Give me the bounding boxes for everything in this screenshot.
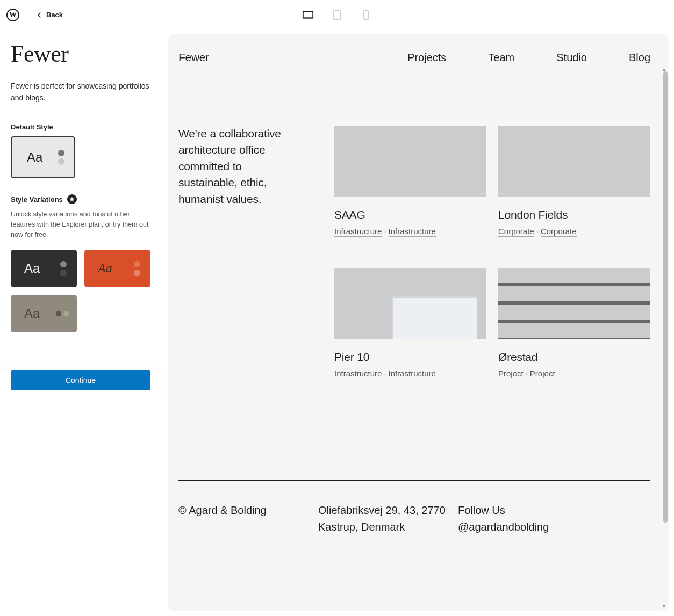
preview-main: We're a collaborative architecture offic… — [178, 126, 650, 378]
project-tag-link[interactable]: Corporate — [541, 227, 577, 237]
desktop-icon — [302, 9, 314, 21]
default-style-label: Default Style — [11, 123, 150, 131]
topbar: W Back — [0, 0, 674, 30]
style-card-tan[interactable]: Aa — [11, 295, 77, 332]
project-tags: Project·Project — [498, 369, 650, 378]
premium-badge-icon: ★ — [67, 194, 77, 204]
device-tablet-button[interactable] — [327, 5, 347, 25]
project-card[interactable]: Ørestad Project·Project — [498, 268, 650, 378]
project-tag-link[interactable]: Infrastructure — [334, 227, 382, 237]
theme-description: Fewer is perfect for showcasing portfoli… — [11, 81, 150, 104]
mobile-icon — [360, 9, 372, 21]
style-variations-label: Style Variations ★ — [11, 194, 150, 204]
project-tags: Corporate·Corporate — [498, 227, 650, 236]
preview-site-title[interactable]: Fewer — [178, 51, 209, 64]
theme-name: Fewer — [11, 40, 150, 68]
project-thumbnail — [334, 268, 486, 339]
project-thumbnail — [498, 126, 650, 197]
footer-follow: Follow Us @agardandbolding — [458, 502, 650, 535]
project-title: Ørestad — [498, 351, 650, 364]
project-thumbnail — [334, 126, 486, 197]
theme-preview-frame: ▴ ▾ Fewer Projects Team Studio Blog We'r… — [168, 34, 669, 611]
footer-handle: @agardandbolding — [458, 519, 650, 535]
project-tag-link[interactable]: Infrastructure — [389, 227, 436, 237]
style-sample-text: Aa — [27, 150, 42, 165]
project-tag-link[interactable]: Corporate — [498, 227, 534, 237]
color-dots-icon — [56, 311, 69, 316]
wordpress-logo-icon[interactable]: W — [6, 9, 19, 21]
project-tag-link[interactable]: Infrastructure — [389, 369, 436, 379]
svg-rect-0 — [303, 11, 313, 18]
nav-link-studio[interactable]: Studio — [556, 52, 587, 64]
project-title: Pier 10 — [334, 351, 486, 364]
color-dots-icon — [134, 261, 140, 276]
project-thumbnail — [498, 268, 650, 339]
color-dots-icon — [58, 150, 64, 165]
style-variations-description: Unlock style variations and tons of othe… — [11, 209, 150, 240]
tablet-icon — [331, 9, 343, 21]
style-variations-text: Style Variations — [11, 195, 63, 204]
scrollbar-thumb[interactable] — [663, 71, 668, 523]
footer-address: Oliefabriksvej 29, 43, 2770 Kastrup, Den… — [318, 502, 453, 535]
project-card[interactable]: SAAG Infrastructure·Infrastructure — [334, 126, 486, 236]
sidebar: Fewer Fewer is perfect for showcasing po… — [0, 30, 161, 616]
scrollbar-up-icon[interactable]: ▴ — [663, 66, 668, 71]
preview-nav: Projects Team Studio Blog — [407, 52, 650, 64]
project-tag-link[interactable]: Project — [530, 369, 555, 379]
style-card-default[interactable]: Aa — [11, 136, 75, 178]
project-card[interactable]: London Fields Corporate·Corporate — [498, 126, 650, 236]
style-sample-text: Aa — [24, 261, 40, 276]
preview-projects-grid: SAAG Infrastructure·Infrastructure Londo… — [334, 126, 650, 378]
chevron-left-icon — [34, 10, 44, 20]
project-tag-link[interactable]: Project — [498, 369, 524, 379]
scrollbar-down-icon[interactable]: ▾ — [663, 603, 668, 608]
footer-address-line2: Kastrup, Denmark — [318, 519, 453, 535]
project-card[interactable]: Pier 10 Infrastructure·Infrastructure — [334, 268, 486, 378]
color-dots-icon — [60, 261, 67, 276]
preview-footer: © Agard & Bolding Oliefabriksvej 29, 43,… — [178, 480, 650, 535]
device-mobile-button[interactable] — [356, 5, 376, 25]
style-card-orange[interactable]: Aa — [84, 250, 150, 287]
device-switcher — [298, 5, 376, 25]
back-button[interactable]: Back — [34, 10, 63, 20]
project-title: SAAG — [334, 208, 486, 221]
device-desktop-button[interactable] — [298, 5, 318, 25]
svg-point-3 — [336, 18, 337, 18]
project-tags: Infrastructure·Infrastructure — [334, 227, 486, 236]
footer-copyright: © Agard & Bolding — [178, 502, 313, 535]
svg-point-5 — [365, 18, 366, 18]
nav-link-projects[interactable]: Projects — [407, 52, 446, 64]
style-card-dark[interactable]: Aa — [11, 250, 77, 287]
preview-site-header: Fewer Projects Team Studio Blog — [178, 44, 650, 77]
project-tag-link[interactable]: Infrastructure — [334, 369, 382, 379]
preview-content[interactable]: Fewer Projects Team Studio Blog We're a … — [168, 34, 661, 611]
preview-intro-text: We're a collaborative architecture offic… — [178, 126, 302, 378]
continue-button[interactable]: Continue — [11, 370, 150, 390]
footer-follow-label: Follow Us — [458, 502, 650, 519]
nav-link-blog[interactable]: Blog — [629, 52, 650, 64]
project-tags: Infrastructure·Infrastructure — [334, 369, 486, 378]
style-sample-text: Aa — [24, 306, 40, 321]
footer-address-line1: Oliefabriksvej 29, 43, 2770 — [318, 502, 453, 519]
style-sample-text: Aa — [98, 261, 112, 276]
back-label: Back — [46, 11, 63, 19]
nav-link-team[interactable]: Team — [488, 52, 514, 64]
continue-button-container: Continue — [0, 370, 161, 401]
project-title: London Fields — [498, 208, 650, 221]
style-variations-grid: Aa Aa Aa — [11, 250, 150, 332]
